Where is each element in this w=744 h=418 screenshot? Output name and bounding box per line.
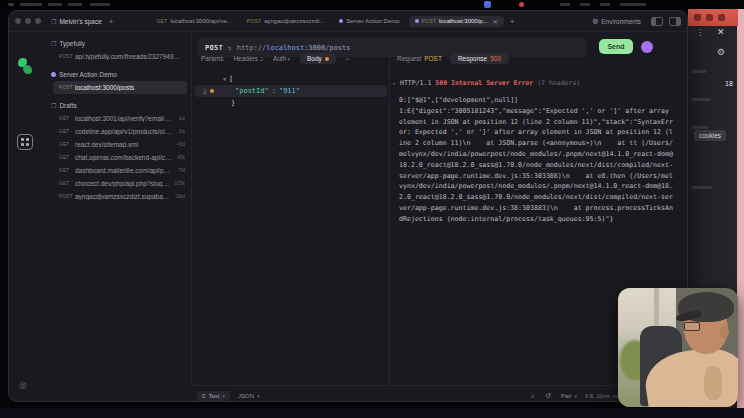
filter-icon[interactable]: ⌕	[531, 392, 535, 400]
request-method: POST	[59, 194, 72, 199]
request-method: GET	[59, 168, 72, 173]
menu-item[interactable]	[48, 3, 62, 6]
menu-item[interactable]	[68, 3, 82, 6]
workspace-selector[interactable]: ❐ Melvin's space	[51, 18, 102, 25]
folder-label: Drafts	[59, 102, 76, 109]
tab-body[interactable]: Body	[300, 53, 336, 64]
sidebar-folder-typefully[interactable]: ❐ Typefully	[41, 37, 191, 50]
headers-count: (7 headers)	[537, 79, 580, 87]
new-tab-button[interactable]: +	[507, 17, 518, 26]
response-body[interactable]: 0:["$@1",["development",null]] 1:E{"dige…	[399, 95, 675, 225]
close-tab-icon[interactable]: ✕	[493, 18, 498, 25]
gear-icon[interactable]: ⚙	[717, 47, 725, 57]
fold-caret-icon[interactable]: ▼	[223, 76, 226, 82]
sidebar-draft-item[interactable]: GET react.dev/sitemap.xml 43d	[41, 138, 191, 151]
editor-line-2: 2 "postId":"911"	[195, 85, 387, 97]
request-badge: 19pt	[176, 194, 185, 199]
menubar-record-icon[interactable]	[519, 2, 524, 7]
menubar-clock	[620, 3, 646, 6]
method-selector[interactable]: POST	[205, 44, 223, 52]
chevron-right-icon[interactable]: ▸	[393, 80, 396, 86]
sidebar-draft-item[interactable]: GET localhost:3001/api/verify?email=est.…	[41, 112, 191, 125]
environments-label: Environments	[601, 18, 641, 25]
tab-request-active[interactable]: POST localhost:3000/p... ✕	[409, 16, 504, 27]
folder-color-dot	[415, 19, 419, 23]
window-header: ❐ Melvin's space + GET localhost:3000/ap…	[9, 11, 687, 32]
menubar-status-icon[interactable]	[600, 3, 610, 6]
tab-folder-server-action-demo[interactable]: Server Action Demo	[333, 16, 405, 26]
toggle-sidebar-button[interactable]	[651, 17, 663, 26]
method-updown-icon: ⇅	[228, 44, 232, 51]
menubar-status-icon[interactable]	[560, 3, 570, 6]
tab-label: localhost:3000/api/ve...	[170, 18, 231, 24]
menubar-app-icon[interactable]	[484, 1, 491, 8]
zoom-window-button[interactable]	[35, 18, 41, 24]
apps-grid-icon[interactable]	[17, 134, 33, 150]
flow-tab-icon[interactable]: ⌁	[346, 55, 350, 63]
request-url[interactable]: http://localhost:3000/posts	[237, 44, 351, 52]
tab-auth[interactable]: Auth▾	[273, 55, 290, 62]
response-view-dropdown[interactable]: Pair ▾	[561, 393, 577, 399]
sidebar-folder-drafts[interactable]: ❐ Drafts	[41, 99, 191, 112]
body-editor[interactable]: ▼[ 2 "postId":"911" }	[195, 73, 387, 109]
sidebar-draft-item[interactable]: GET dashboard.mailerlite.com/api/perfor.…	[41, 164, 191, 177]
send-button[interactable]: Send	[599, 39, 633, 54]
layout-toggle-icon	[676, 18, 680, 25]
sidebar-draft-item[interactable]: POST ayngacdjvamzsxczdizt.supabase.c... …	[41, 190, 191, 203]
sidebar-draft-item[interactable]: GET chat.openai.com/backend-api/conv... …	[41, 151, 191, 164]
http-protocol: HTTP/1.1	[400, 79, 431, 87]
menu-item[interactable]	[90, 3, 110, 6]
tab-method: GET	[157, 18, 168, 24]
sidebar-draft-item[interactable]: GET codeline.app/api/v1/products/oldtib.…	[41, 125, 191, 138]
sidebar-divider[interactable]	[191, 32, 192, 387]
chevron-down-icon: ▾	[223, 393, 226, 399]
request-tabs: GET localhost:3000/api/ve... POST ayngac…	[151, 16, 518, 27]
webcam-overlay[interactable]	[618, 288, 738, 407]
request-method: GET	[59, 129, 72, 134]
tab-request-2[interactable]: POST ayngacdjvamzsxczdi...	[241, 16, 330, 26]
background-browser-toolbar	[688, 9, 738, 26]
history-icon[interactable]: ↺	[545, 392, 551, 400]
error-dot-icon	[210, 89, 214, 93]
response-status-line[interactable]: ▸ HTTP/1.1 500 Internal Server Error (7 …	[393, 79, 580, 87]
environments-button[interactable]: ◍ Environments	[589, 15, 645, 27]
url-separator: ://	[254, 44, 267, 52]
tab-params[interactable]: Params	[201, 55, 223, 62]
minimize-window-button[interactable]	[25, 18, 31, 24]
sidebar-folder-server-action-demo[interactable]: Server Action Demo	[41, 68, 191, 81]
sidebar-request-typefully[interactable]: POST api.typefully.com/threads/2327949..…	[41, 50, 191, 63]
tab-body-label: Body	[307, 55, 322, 62]
body-view-dropdown[interactable]: ≡ Text ▾	[197, 391, 230, 401]
devtools-row	[692, 186, 712, 189]
avatar[interactable]	[641, 41, 653, 53]
json-colon: :	[272, 87, 276, 95]
pane-divider[interactable]	[389, 51, 390, 385]
folder-label: Server Action Demo	[59, 71, 117, 78]
language-dropdown[interactable]: JSON ▾	[238, 393, 260, 399]
updates-icon[interactable]: ◎	[19, 380, 27, 390]
request-badge: 43d	[177, 142, 185, 147]
tab-headers[interactable]: Headers2	[233, 55, 263, 62]
tab-request-view[interactable]: Request POST	[397, 55, 442, 62]
tab-auth-label: Auth	[273, 55, 286, 62]
sidebar-request-selected[interactable]: POST localhost:3000/posts	[53, 81, 187, 94]
kebab-menu-icon[interactable]: ⋮	[696, 28, 704, 37]
request-badge: 7M	[178, 168, 185, 173]
app-menu-item[interactable]	[20, 3, 42, 6]
tab-response-view[interactable]: Response 500	[450, 53, 509, 64]
new-request-button[interactable]: +	[106, 17, 117, 26]
url-path: :3000/posts	[304, 44, 350, 52]
request-method: GET	[59, 181, 72, 186]
browser-toolbar-icon	[718, 14, 725, 21]
close-icon[interactable]: ✕	[717, 27, 725, 37]
tab-method: POST	[422, 18, 436, 24]
menubar-status-icon[interactable]	[580, 3, 590, 6]
tab-request-1[interactable]: GET localhost:3000/api/ve...	[151, 16, 238, 26]
sidebar-draft-item[interactable]: GET choicecf.dev/php/api.php?slug=ca... …	[41, 177, 191, 190]
close-window-button[interactable]	[15, 18, 21, 24]
request-badge: 45k	[177, 155, 185, 160]
webcam-person-ear	[720, 326, 729, 338]
toggle-layout-button[interactable]	[669, 17, 681, 26]
cookies-button[interactable]: cookies	[694, 130, 726, 141]
apple-menu-icon[interactable]	[8, 3, 14, 6]
